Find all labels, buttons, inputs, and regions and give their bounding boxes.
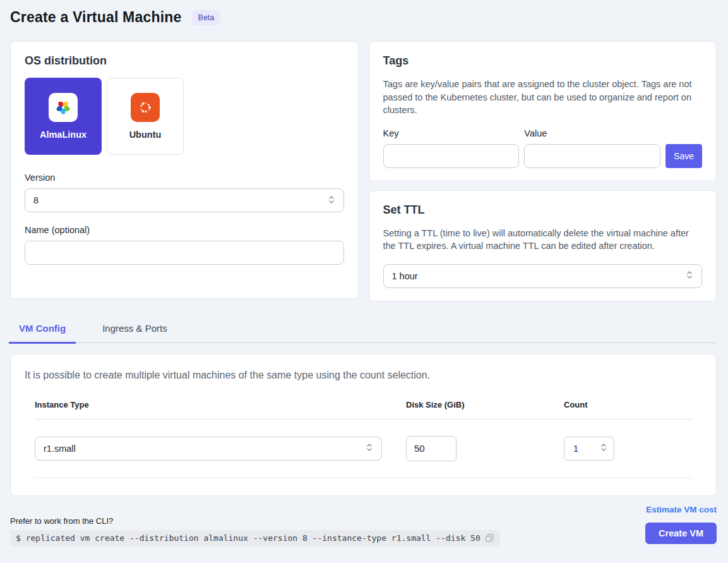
instance-type-select[interactable]: r1.small: [35, 437, 382, 461]
column-disk-size: Disk Size (GiB): [406, 400, 564, 409]
os-tile-label: Ubuntu: [129, 130, 162, 140]
almalinux-logo-icon: [49, 93, 78, 122]
os-tile-label: AlmaLinux: [40, 130, 87, 140]
version-select[interactable]: 8: [25, 188, 344, 212]
name-input[interactable]: [25, 241, 344, 265]
tags-description: Tags are key/value pairs that are assign…: [383, 78, 703, 117]
page-title: Create a Virtual Machine: [10, 9, 182, 26]
vm-table-row: r1.small 1: [35, 420, 692, 478]
create-vm-page: Create a Virtual Machine Beta OS distrib…: [0, 0, 728, 546]
version-label: Version: [25, 173, 344, 183]
set-ttl-card: Set TTL Setting a TTL (time to live) wil…: [369, 190, 717, 301]
os-distribution-card: OS distribution: [10, 41, 359, 299]
right-column: Tags Tags are key/value pairs that are a…: [369, 41, 717, 301]
cli-command-text: $ replicated vm create --distribution al…: [16, 533, 480, 543]
vm-config-card: It is possible to create multiple virtua…: [10, 354, 717, 496]
ttl-select-value: 1 hour: [392, 271, 418, 281]
vm-table: Instance Type Disk Size (GiB) Count r1.s…: [25, 400, 702, 478]
column-count: Count: [564, 400, 692, 409]
count-value: 1: [573, 444, 578, 454]
cli-prompt-text: Prefer to work from the CLI?: [10, 516, 500, 526]
top-cards-grid: OS distribution: [10, 41, 717, 301]
select-chevrons-icon: [686, 269, 693, 282]
os-card-title: OS distribution: [25, 54, 344, 68]
create-vm-button[interactable]: Create VM: [645, 523, 717, 544]
tag-key-input[interactable]: [383, 144, 520, 168]
tags-card-title: Tags: [383, 54, 703, 68]
tabs-bar: VM Config Ingress & Ports: [9, 315, 717, 343]
ttl-card-title: Set TTL: [383, 203, 703, 217]
tag-input-row: Key Value Save: [383, 128, 703, 168]
tag-key-group: Key: [383, 128, 520, 168]
tab-vm-config[interactable]: VM Config: [9, 315, 76, 344]
disk-size-cell: [406, 436, 564, 461]
instance-type-value: r1.small: [44, 444, 76, 454]
stepper-chevrons-icon: [600, 442, 607, 455]
column-instance-type: Instance Type: [35, 400, 406, 409]
ubuntu-logo-icon: [131, 93, 160, 122]
cli-block: Prefer to work from the CLI? $ replicate…: [10, 516, 500, 546]
name-label: Name (optional): [25, 225, 344, 235]
count-stepper[interactable]: 1: [564, 437, 614, 461]
tag-value-label: Value: [524, 128, 660, 138]
page-header: Create a Virtual Machine Beta: [10, 8, 717, 41]
tab-ingress-ports[interactable]: Ingress & Ports: [92, 315, 177, 344]
tags-card: Tags Tags are key/value pairs that are a…: [369, 41, 717, 181]
os-tile-ubuntu[interactable]: Ubuntu: [107, 78, 184, 155]
tag-value-group: Value: [524, 128, 660, 168]
os-tiles: AlmaLinux Ubuntu: [25, 78, 344, 155]
vm-table-header: Instance Type Disk Size (GiB) Count: [35, 400, 692, 420]
ttl-select[interactable]: 1 hour: [383, 264, 703, 288]
footer-actions: Estimate VM cost Create VM: [645, 505, 717, 546]
instance-type-cell: r1.small: [35, 437, 406, 461]
tag-value-input[interactable]: [524, 144, 660, 168]
select-chevrons-icon: [328, 194, 335, 207]
os-tile-almalinux[interactable]: AlmaLinux: [25, 78, 102, 155]
beta-badge: Beta: [192, 10, 221, 25]
estimate-vm-cost-link[interactable]: Estimate VM cost: [646, 505, 717, 514]
ttl-description: Setting a TTL (time to live) will automa…: [383, 227, 703, 253]
disk-size-input[interactable]: [406, 436, 456, 461]
save-tag-button[interactable]: Save: [665, 144, 702, 168]
page-footer: Prefer to work from the CLI? $ replicate…: [10, 505, 717, 546]
select-chevrons-icon: [366, 442, 373, 455]
version-select-value: 8: [33, 195, 39, 205]
cli-command-block: $ replicated vm create --distribution al…: [10, 530, 500, 546]
tag-key-label: Key: [383, 128, 520, 138]
vm-config-intro: It is possible to create multiple virtua…: [25, 370, 702, 381]
copy-icon[interactable]: [485, 533, 494, 543]
count-cell: 1: [564, 437, 692, 461]
